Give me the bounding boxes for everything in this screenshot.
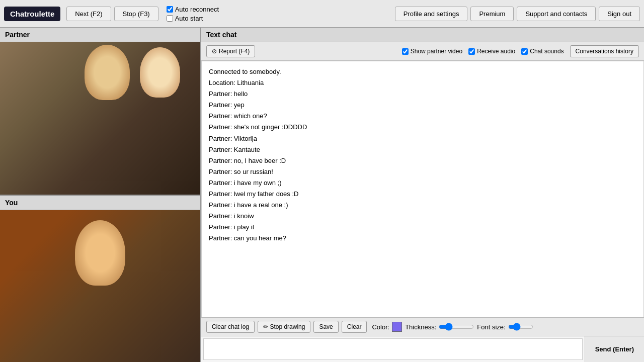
chat-message: Partner: so ur russian!: [209, 166, 636, 177]
left-panel: Partner You: [0, 28, 201, 362]
receive-audio-option[interactable]: Receive audio: [468, 48, 515, 55]
support-button[interactable]: Support and contacts: [517, 7, 596, 21]
chat-input[interactable]: [203, 338, 583, 360]
partner-video: [0, 42, 200, 195]
main-layout: Partner You Text chat ⊘ Report (F4) Show…: [0, 28, 644, 362]
color-label: Color:: [372, 323, 389, 331]
show-partner-video-option[interactable]: Show partner video: [402, 48, 462, 55]
profile-settings-button[interactable]: Profile and settings: [395, 7, 468, 21]
partner-video-feed: [0, 42, 200, 195]
stop-button[interactable]: Stop (F3): [114, 7, 158, 21]
chat-sounds-checkbox[interactable]: [521, 48, 528, 55]
color-section: Color:: [372, 322, 402, 332]
chat-options: Show partner video Receive audio Chat so…: [402, 45, 639, 57]
chat-message: Partner: i have a real one ;): [209, 200, 636, 211]
save-button[interactable]: Save: [313, 321, 338, 333]
chat-message: Partner: can you hear me?: [209, 233, 636, 244]
color-swatch[interactable]: [392, 322, 402, 332]
receive-audio-checkbox[interactable]: [468, 48, 475, 55]
auto-start-label[interactable]: Auto start: [167, 15, 219, 22]
fontsize-slider[interactable]: [508, 323, 533, 331]
pencil-icon: ✏: [263, 323, 268, 330]
chat-message: Partner: she's not ginger :DDDDD: [209, 122, 636, 133]
logo: Chatroulette: [4, 7, 60, 21]
you-video-feed: [0, 210, 200, 363]
chat-message: Connected to somebody.: [209, 66, 636, 77]
fontsize-label: Font size:: [477, 323, 505, 331]
right-panel: Text chat ⊘ Report (F4) Show partner vid…: [201, 28, 644, 362]
report-button[interactable]: ⊘ Report (F4): [206, 45, 255, 57]
navbar: Chatroulette Next (F2) Stop (F3) Auto re…: [0, 0, 644, 28]
chat-messages: Connected to somebody.Location: Lithuani…: [201, 61, 644, 317]
chat-message: Partner: i play it: [209, 222, 636, 233]
show-partner-video-checkbox[interactable]: [402, 48, 409, 55]
chat-message: Location: Lithuania: [209, 77, 636, 88]
send-button[interactable]: Send (Enter): [585, 336, 644, 362]
chat-message: Partner: yep: [209, 100, 636, 111]
chat-toolbar: ⊘ Report (F4) Show partner video Receive…: [201, 42, 644, 61]
chat-message: Partner: Viktorija: [209, 133, 636, 144]
auto-start-checkbox[interactable]: [167, 15, 173, 22]
premium-button[interactable]: Premium: [470, 7, 514, 21]
chat-message: Partner: lwel my father does :D: [209, 189, 636, 200]
chat-message: Partner: i have my own ;): [209, 177, 636, 189]
thickness-slider[interactable]: [439, 323, 474, 331]
chat-message: Partner: i knoiw: [209, 211, 636, 222]
chat-bottom-toolbar: Clear chat log ✏ Stop drawing Save Clear…: [201, 317, 644, 336]
clear-button[interactable]: Clear: [342, 321, 367, 333]
signout-button[interactable]: Sign out: [599, 7, 640, 21]
nav-right: Profile and settings Premium Support and…: [395, 7, 640, 21]
stop-drawing-button[interactable]: ✏ Stop drawing: [258, 321, 310, 333]
chat-input-row: Send (Enter): [201, 336, 644, 362]
chat-message: Partner: which one?: [209, 111, 636, 122]
next-button[interactable]: Next (F2): [66, 7, 111, 21]
chat-message: Partner: no, I have beer :D: [209, 155, 636, 166]
fontsize-section: Font size:: [477, 323, 533, 331]
report-icon: ⊘: [212, 48, 217, 55]
chat-sounds-option[interactable]: Chat sounds: [521, 48, 564, 55]
clear-chat-log-button[interactable]: Clear chat log: [206, 321, 255, 333]
text-chat-header: Text chat: [201, 28, 644, 42]
auto-reconnect-checkbox[interactable]: [167, 6, 173, 13]
chat-message: Partner: Kantaute: [209, 144, 636, 155]
partner-label: Partner: [0, 28, 200, 42]
thickness-label: Thickness:: [405, 323, 436, 331]
you-video: [0, 210, 200, 363]
you-label: You: [0, 196, 200, 210]
conversations-history-button[interactable]: Conversations history: [570, 45, 639, 57]
chat-message: Partner: hello: [209, 88, 636, 100]
thickness-section: Thickness:: [405, 323, 474, 331]
auto-reconnect-label[interactable]: Auto reconnect: [167, 6, 219, 13]
auto-options: Auto reconnect Auto start: [167, 6, 219, 22]
